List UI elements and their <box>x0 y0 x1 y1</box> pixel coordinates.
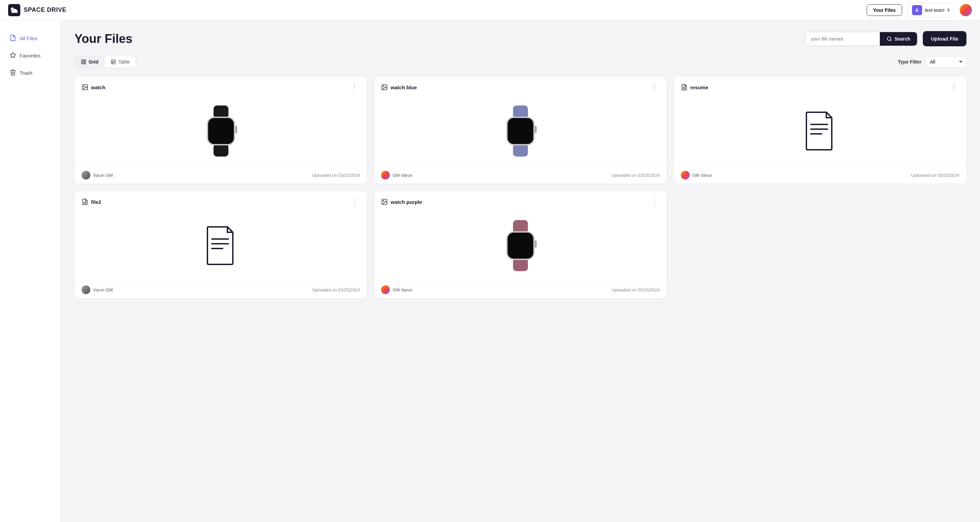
sidebar-all-files-label: All Files <box>20 35 38 41</box>
svg-line-3 <box>891 40 892 41</box>
image-file-icon <box>381 84 388 90</box>
svg-point-37 <box>383 200 384 202</box>
card-title-resume: resume <box>681 84 708 90</box>
svg-rect-21 <box>513 105 528 118</box>
svg-rect-25 <box>535 126 537 133</box>
card-title-file2: file2 <box>81 198 101 205</box>
sidebar-favorites-label: Favorites <box>20 53 41 59</box>
svg-rect-7 <box>84 62 86 64</box>
user-avatar-resume <box>681 171 690 179</box>
card-footer-watch-purple: GM Varun Uploaded on 03/25/2024 <box>374 281 666 298</box>
file-card-watch[interactable]: watch ⋮ <box>75 76 367 184</box>
type-filter-select[interactable]: All Images Documents Videos <box>926 56 966 68</box>
logo-icon <box>8 4 20 16</box>
team-selector[interactable]: A test-team <box>908 3 954 17</box>
search-area: Search <box>805 32 917 46</box>
file-card-resume[interactable]: resume ⋮ GM Varun <box>674 76 966 184</box>
image-file-icon <box>81 84 88 90</box>
sidebar: All Files Favorites Trash <box>0 20 61 522</box>
user-avatar-watch-blue <box>381 171 390 179</box>
doc-file-icon-2 <box>81 198 88 205</box>
card-title-watch-purple: watch purple <box>381 198 422 205</box>
main-header-row: Your Files Search Upload File <box>75 31 966 46</box>
svg-rect-8 <box>111 60 115 64</box>
user-info-watch-blue: GM Varun <box>381 171 412 179</box>
view-toggle: Grid Table <box>75 56 136 68</box>
svg-point-13 <box>84 86 84 87</box>
grid-view-button[interactable]: Grid <box>75 56 105 68</box>
page-title: Your Files <box>75 32 132 46</box>
team-icon: A <box>912 5 922 15</box>
search-icon <box>886 36 892 41</box>
doc-file-icon <box>681 84 687 90</box>
file-card-file2[interactable]: file2 ⋮ Varun GM <box>75 191 367 298</box>
table-icon <box>111 59 116 65</box>
file-menu-watch-purple[interactable]: ⋮ <box>649 197 660 206</box>
sidebar-item-favorites[interactable]: Favorites <box>5 48 55 63</box>
card-header-watch-blue: watch blue ⋮ <box>374 76 666 95</box>
user-info-watch: Varun GM <box>81 171 113 179</box>
upload-date-file2: Uploaded on 03/25/2024 <box>312 287 360 292</box>
svg-rect-42 <box>535 240 537 248</box>
user-avatar-watch-purple <box>381 286 390 294</box>
svg-rect-6 <box>81 62 83 64</box>
svg-rect-15 <box>213 144 228 157</box>
svg-rect-39 <box>513 258 528 271</box>
filter-area: Type Filter All Images Documents Videos <box>898 56 966 68</box>
file-card-watch-blue[interactable]: watch blue ⋮ GM Varu <box>374 76 667 184</box>
card-header-watch: watch ⋮ <box>75 76 367 95</box>
your-files-button[interactable]: Your Files <box>867 5 902 16</box>
svg-rect-17 <box>208 118 234 144</box>
user-avatar[interactable] <box>960 4 972 16</box>
team-name: test-team <box>925 8 945 13</box>
file-menu-resume[interactable]: ⋮ <box>948 83 959 92</box>
svg-rect-4 <box>81 60 83 62</box>
user-info-resume: GM Varun <box>681 171 712 179</box>
svg-rect-38 <box>513 220 528 233</box>
image-file-icon-3 <box>381 198 388 205</box>
filter-select-wrapper: All Images Documents Videos <box>926 56 966 68</box>
app-name: SPACE DRIVE <box>24 6 66 14</box>
user-avatar-watch <box>81 171 90 179</box>
star-icon <box>10 52 16 60</box>
watch-purple-preview <box>500 219 541 272</box>
card-header-file2: file2 ⋮ <box>75 191 367 210</box>
file-card-watch-purple[interactable]: watch purple ⋮ GM Va <box>374 191 667 298</box>
main-content: Your Files Search Upload File <box>61 20 980 522</box>
app-logo: SPACE DRIVE <box>8 4 867 16</box>
sidebar-trash-label: Trash <box>20 70 32 76</box>
file-icon <box>10 35 16 42</box>
svg-rect-5 <box>84 60 86 62</box>
svg-marker-1 <box>10 52 16 58</box>
svg-rect-24 <box>508 118 533 144</box>
chevron-updown-icon <box>947 8 950 12</box>
card-title-watch: watch <box>81 84 106 90</box>
search-input[interactable] <box>805 32 880 46</box>
file-menu-file2[interactable]: ⋮ <box>349 197 360 206</box>
svg-rect-41 <box>508 233 533 259</box>
card-preview-resume <box>674 95 966 167</box>
card-footer-resume: GM Varun Uploaded on 03/25/2024 <box>674 167 966 184</box>
app-header: SPACE DRIVE Your Files A test-team <box>0 0 980 20</box>
upload-date-watch-blue: Uploaded on 03/25/2024 <box>611 173 660 178</box>
svg-rect-14 <box>213 105 228 118</box>
card-preview-file2 <box>75 210 367 281</box>
card-title-watch-blue: watch blue <box>381 84 417 90</box>
file-menu-watch[interactable]: ⋮ <box>349 83 360 92</box>
sidebar-item-all-files[interactable]: All Files <box>5 31 55 46</box>
trash-icon <box>10 69 16 77</box>
table-view-button[interactable]: Table <box>105 56 136 68</box>
svg-rect-18 <box>235 126 237 133</box>
upload-date-watch: Uploaded on 03/25/2024 <box>312 173 360 178</box>
file-grid: watch ⋮ <box>75 76 966 298</box>
card-footer-watch: Varun GM Uploaded on 03/25/2024 <box>75 167 367 184</box>
sidebar-item-trash[interactable]: Trash <box>5 66 55 80</box>
user-info-watch-purple: GM Varun <box>381 286 412 294</box>
search-button[interactable]: Search <box>880 32 917 46</box>
file-menu-watch-blue[interactable]: ⋮ <box>649 83 660 92</box>
card-preview-watch <box>75 95 367 167</box>
toolbar-row: Grid Table Type Filter All <box>75 56 966 68</box>
svg-rect-22 <box>513 144 528 157</box>
card-preview-watch-purple <box>374 210 666 281</box>
upload-file-button[interactable]: Upload File <box>923 31 966 46</box>
